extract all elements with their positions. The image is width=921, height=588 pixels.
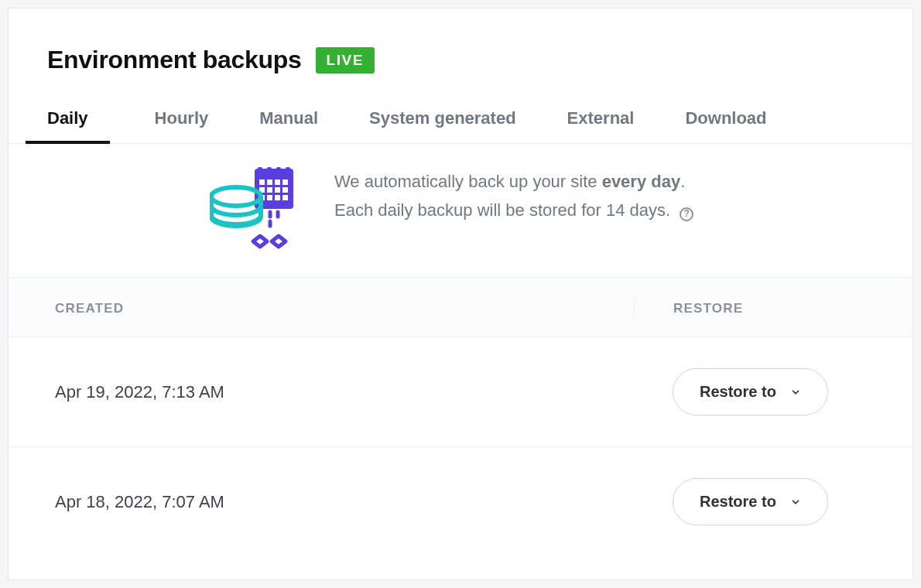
th-created: CREATED: [55, 301, 634, 316]
tab-system-generated[interactable]: System generated: [363, 108, 522, 143]
restore-to-button[interactable]: Restore to: [673, 478, 828, 525]
info-line2: Each daily backup will be stored for 14 …: [334, 200, 670, 220]
chevron-down-icon: [790, 387, 801, 398]
table-row: Apr 18, 2022, 7:07 AM Restore to: [9, 447, 912, 556]
live-badge: LIVE: [316, 47, 375, 74]
tab-daily[interactable]: Daily: [26, 108, 110, 144]
help-icon[interactable]: ?: [680, 207, 693, 221]
svg-rect-7: [275, 179, 280, 185]
svg-rect-14: [267, 195, 272, 200]
tab-external[interactable]: External: [561, 108, 641, 143]
restore-to-label: Restore to: [700, 493, 776, 511]
svg-rect-16: [282, 195, 288, 200]
table-row: Apr 19, 2022, 7:13 AM Restore to: [9, 337, 912, 447]
page-title: Environment backups: [47, 46, 302, 74]
info-line1-post: .: [680, 172, 685, 191]
backups-card: Environment backups LIVE Daily Hourly Ma…: [8, 8, 913, 580]
svg-rect-15: [275, 195, 280, 200]
svg-rect-10: [267, 187, 272, 193]
svg-rect-12: [282, 187, 288, 193]
restore-to-button[interactable]: Restore to: [673, 368, 828, 415]
svg-rect-4: [286, 167, 290, 175]
cell-restore: Restore to: [634, 478, 866, 525]
svg-rect-8: [282, 179, 288, 185]
th-restore: RESTORE: [634, 301, 866, 316]
backup-illustration-icon: [210, 167, 299, 252]
header: Environment backups LIVE: [9, 9, 912, 74]
cell-created: Apr 18, 2022, 7:07 AM: [55, 492, 634, 512]
restore-to-label: Restore to: [700, 383, 776, 401]
tab-manual[interactable]: Manual: [253, 108, 324, 143]
chevron-down-icon: [790, 497, 801, 508]
svg-rect-1: [258, 167, 262, 175]
svg-rect-5: [259, 179, 265, 185]
info-row: We automatically back up your site every…: [9, 144, 912, 278]
tab-hourly[interactable]: Hourly: [149, 108, 215, 143]
svg-point-17: [211, 187, 261, 206]
info-line1-pre: We automatically back up your site: [334, 172, 602, 191]
svg-rect-3: [276, 167, 281, 175]
cell-restore: Restore to: [634, 368, 866, 415]
tab-download[interactable]: Download: [679, 108, 772, 143]
info-text: We automatically back up your site every…: [334, 167, 693, 225]
svg-rect-6: [267, 179, 272, 185]
table-header: CREATED RESTORE: [9, 278, 912, 337]
tabs: Daily Hourly Manual System generated Ext…: [9, 74, 912, 144]
svg-rect-11: [275, 187, 280, 193]
info-line1-bold: every day: [602, 172, 681, 191]
cell-created: Apr 19, 2022, 7:13 AM: [55, 382, 634, 402]
svg-rect-2: [267, 167, 272, 175]
